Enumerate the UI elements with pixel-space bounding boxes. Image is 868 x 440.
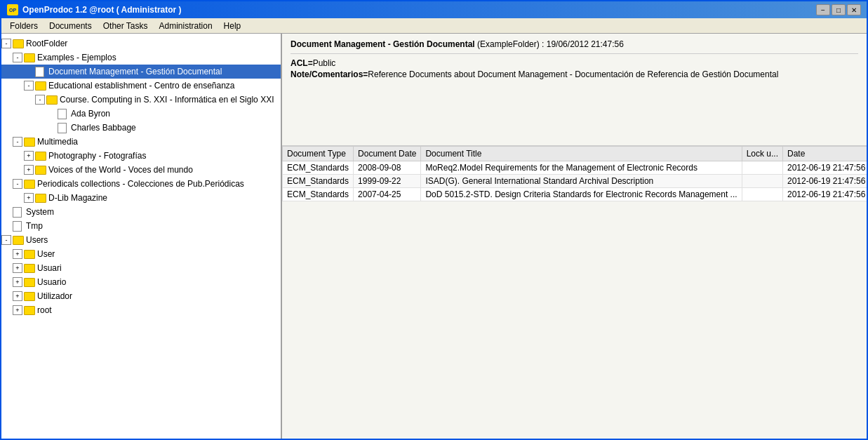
folder-icon-examples xyxy=(24,53,35,62)
tree-node-multimedia[interactable]: - Multimedia xyxy=(1,135,281,149)
label-educational: Educational establishment - Centro de en… xyxy=(48,79,235,92)
cell-2-2: DoD 5015.2-STD. Design Criteria Standard… xyxy=(421,188,742,201)
folder-icon-usuari xyxy=(24,263,35,273)
documents-table: Document Type Document Date Document Tit… xyxy=(282,146,867,201)
expander-dlib[interactable]: + xyxy=(24,193,34,203)
table-row[interactable]: ECM_Standards2007-04-25DoD 5015.2-STD. D… xyxy=(283,188,867,201)
doc-icon-system xyxy=(13,207,24,217)
col-header-doc-type[interactable]: Document Type xyxy=(283,147,354,161)
folder-icon-photography xyxy=(35,151,46,161)
cell-0-0: ECM_Standards xyxy=(283,161,354,175)
expander-utilizador[interactable]: + xyxy=(13,291,22,301)
tree-node-tmp[interactable]: Tmp xyxy=(1,219,281,233)
menu-folders[interactable]: Folders xyxy=(4,20,44,32)
doc-icon-tmp xyxy=(13,221,24,231)
expander-users[interactable]: - xyxy=(1,235,11,245)
tree-node-voices[interactable]: + Voices of the World - Voces del mundo xyxy=(1,163,281,177)
label-charles: Charles Babbage xyxy=(71,121,136,134)
tree-node-ada[interactable]: Ada Byron xyxy=(1,107,281,121)
table-row[interactable]: ECM_Standards2008-09-08MoReq2.Model Requ… xyxy=(283,161,867,175)
folder-icon-root-user xyxy=(24,305,35,315)
cell-2-3 xyxy=(742,188,782,201)
title-bar-controls: − □ ✕ xyxy=(816,4,861,15)
label-dlib: D-Lib Magazine xyxy=(48,192,107,204)
label-multimedia: Multimedia xyxy=(37,135,78,148)
maximize-button[interactable]: □ xyxy=(832,4,846,15)
title-bar: OP OpenProdoc 1.2 @root ( Administrator … xyxy=(1,1,867,18)
label-usuario: Usuario xyxy=(37,276,66,288)
expander-root-folder[interactable]: - xyxy=(1,39,11,48)
expander-educational[interactable]: - xyxy=(24,81,34,91)
minimize-button[interactable]: − xyxy=(816,4,830,15)
expander-periodicals[interactable]: - xyxy=(13,179,22,189)
tree-node-root-user[interactable]: + root xyxy=(1,303,281,317)
expander-usuario[interactable]: + xyxy=(13,277,22,287)
tree-node-users[interactable]: - Users xyxy=(1,233,281,247)
folder-icon-periodicals xyxy=(24,179,35,189)
label-photography: Photography - Fotografías xyxy=(48,149,146,162)
col-header-doc-date[interactable]: Document Date xyxy=(354,147,421,161)
tree-node-doc-mgmt[interactable]: Document Management - Gestión Documental xyxy=(1,65,281,79)
main-content: - RootFolder - Examples - Ejemplos Docum… xyxy=(1,34,867,439)
expander-root-user[interactable]: + xyxy=(13,305,22,315)
folder-icon-utilizador xyxy=(24,291,35,301)
label-users: Users xyxy=(26,234,48,246)
tree-node-user[interactable]: + User xyxy=(1,247,281,261)
tree-node-usuari[interactable]: + Usuari xyxy=(1,261,281,275)
folder-icon-multimedia xyxy=(24,137,35,147)
window-title: OpenProdoc 1.2 @root ( Administrator ) xyxy=(22,5,182,15)
cell-1-3 xyxy=(742,175,782,188)
col-header-doc-title[interactable]: Document Title xyxy=(421,147,742,161)
folder-icon-users xyxy=(13,235,24,245)
cell-1-1: 1999-09-22 xyxy=(354,175,421,188)
tree-node-dlib[interactable]: + D-Lib Magazine xyxy=(1,191,281,205)
tree-node-periodicals[interactable]: - Periodicals collections - Colecciones … xyxy=(1,177,281,191)
expander-course[interactable]: - xyxy=(35,95,45,105)
menu-documents[interactable]: Documents xyxy=(44,20,98,32)
tree-node-examples[interactable]: - Examples - Ejemplos xyxy=(1,51,281,65)
close-button[interactable]: ✕ xyxy=(847,4,861,15)
tree-panel: - RootFolder - Examples - Ejemplos Docum… xyxy=(1,34,282,439)
folder-info-section: Document Management - Gestión Documental… xyxy=(282,34,867,146)
cell-1-4: 2012-06-19 21:47:56 xyxy=(782,175,867,188)
menu-other-tasks[interactable]: Other Tasks xyxy=(98,20,154,32)
tree-node-course[interactable]: - Course. Computing in S. XXI - Informát… xyxy=(1,93,281,107)
tree-node-root-folder[interactable]: - RootFolder xyxy=(1,36,281,51)
folder-icon-user xyxy=(24,249,35,259)
label-root-user: root xyxy=(37,304,52,316)
tree-node-educational[interactable]: - Educational establishment - Centro de … xyxy=(1,79,281,93)
note-value: Reference Documents about Document Manag… xyxy=(368,69,778,79)
tree-node-charles[interactable]: Charles Babbage xyxy=(1,121,281,135)
label-ada: Ada Byron xyxy=(71,107,110,120)
tree-node-photography[interactable]: + Photography - Fotografías xyxy=(1,149,281,163)
doc-icon-doc-mgmt xyxy=(35,67,46,76)
expander-multimedia[interactable]: - xyxy=(13,137,22,147)
menu-administration[interactable]: Administration xyxy=(154,20,218,32)
col-header-date[interactable]: Date xyxy=(782,147,867,161)
cell-0-1: 2008-09-08 xyxy=(354,161,421,175)
expander-user[interactable]: + xyxy=(13,249,22,259)
app-icon: OP xyxy=(7,4,18,15)
col-header-lock[interactable]: Lock u... xyxy=(742,147,782,161)
folder-icon-root xyxy=(13,39,24,48)
label-examples: Examples - Ejemplos xyxy=(37,51,116,64)
documents-table-area: Document Type Document Date Document Tit… xyxy=(282,146,867,439)
folder-icon-voices xyxy=(35,165,46,175)
expander-usuari[interactable]: + xyxy=(13,263,22,273)
acl-label: ACL= xyxy=(291,58,313,68)
expander-photography[interactable]: + xyxy=(24,151,34,161)
folder-title: Document Management - Gestión Documental… xyxy=(291,39,858,49)
cell-1-0: ECM_Standards xyxy=(283,175,354,188)
note-label: Note/Comentarios= xyxy=(291,69,368,79)
table-row[interactable]: ECM_Standards1999-09-22ISAD(G). General … xyxy=(283,175,867,188)
folder-icon-course xyxy=(46,95,58,105)
label-course: Course. Computing in S. XXI - Informátic… xyxy=(60,93,274,106)
tree-node-system[interactable]: System xyxy=(1,205,281,219)
tree-node-usuario[interactable]: + Usuario xyxy=(1,275,281,289)
expander-examples[interactable]: - xyxy=(13,53,22,62)
label-root-folder: RootFolder xyxy=(26,37,67,50)
doc-icon-ada xyxy=(58,109,69,119)
menu-help[interactable]: Help xyxy=(218,20,247,32)
tree-node-utilizador[interactable]: + Utilizador xyxy=(1,289,281,303)
expander-voices[interactable]: + xyxy=(24,165,34,175)
